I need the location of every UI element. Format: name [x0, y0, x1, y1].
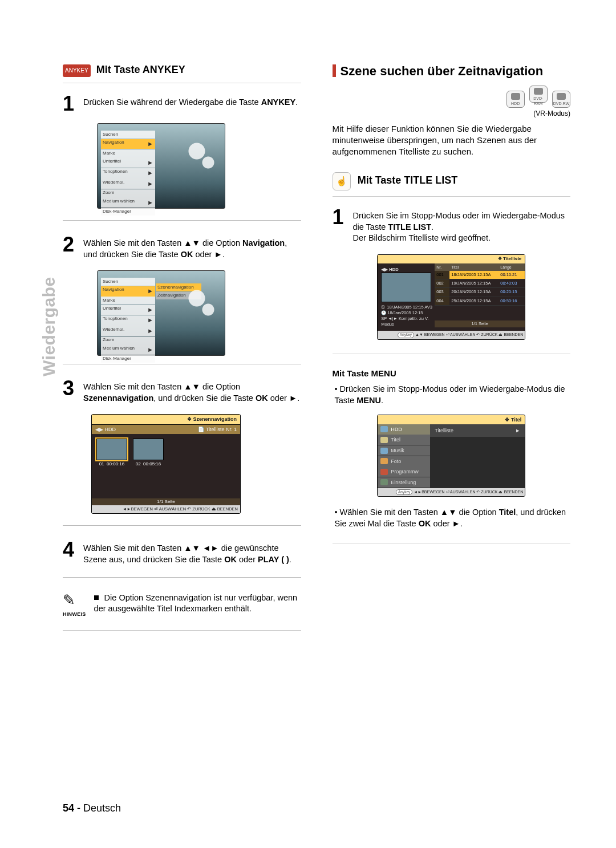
osd-item: Medium wählen►	[101, 197, 155, 208]
step-number: 2	[63, 236, 78, 260]
heading-menu: Mit Taste MENU	[333, 368, 571, 379]
scene-nav-screenshot: ❖ Szenennavigation ◀▶ HDD📄 Titelliste Nr…	[91, 414, 241, 514]
step1-key: ANYKEY	[261, 98, 295, 107]
step-4: 4 Wählen Sie mit den Tasten ▲▼ ◄► die ge…	[63, 541, 301, 565]
t: 18/Jan/2005 12:15	[387, 310, 423, 315]
left-column: ANYKEY Mit Taste ANYKEY 1 Drücken Sie wä…	[63, 63, 301, 631]
osd-screenshot-1: Suchen Navigation► Marke Untertitel► Ton…	[97, 123, 225, 209]
step-1: 1 Drücken Sie während der Wiedergabe die…	[63, 95, 301, 113]
osd-subitem: Zeitnavigation	[156, 292, 201, 300]
menu-item: Foto	[378, 456, 430, 466]
tp-footer: Anykey◄►BBEWEGEN ⏎ AUSWÄHLEN ↶ ZURÜCK ⏏ …	[378, 488, 525, 497]
tl-row: 00425/JAN/2005 12:15A00:50:16	[435, 297, 525, 306]
bullet-icon	[94, 595, 99, 600]
t: PLAY ( )	[258, 555, 289, 564]
osd-item: Wiederhol.►	[101, 178, 155, 189]
t: Titelliste Nr. 1	[206, 427, 237, 432]
disc-dvdram-icon: DVD-RAM	[529, 86, 548, 103]
osd-item: Suchen	[101, 131, 155, 139]
osd-item: Untertitel►	[101, 157, 155, 168]
t: HDD	[389, 267, 398, 272]
osd-item: Zoom	[101, 336, 155, 344]
col: Länge	[499, 263, 525, 271]
vr-modus: (VR-Modus)	[333, 109, 571, 118]
osd-item: Suchen	[101, 278, 155, 286]
osd-item: Marke	[101, 149, 155, 157]
step1-text: Drücken Sie während der Wiedergabe die T…	[83, 98, 261, 107]
t: OK	[224, 555, 237, 564]
osd-item: Untertitel►	[101, 305, 155, 315]
t: .	[431, 222, 433, 232]
anykey-badge: ANYKEY	[63, 64, 91, 77]
disc-hdd-icon: HDD	[506, 91, 525, 108]
t: Szenennavigation	[83, 393, 153, 403]
t: Drücken Sie im Stopp-Modus oder im Wiede…	[353, 211, 565, 232]
menu-item: Musik	[378, 445, 430, 456]
right-column: Szene suchen über Zeitnavigation HDD DVD…	[333, 63, 571, 631]
menu-item: Titel	[378, 435, 430, 445]
step-2: 2 Wählen Sie mit den Tasten ▲▼ die Optio…	[63, 236, 301, 260]
t: oder	[237, 555, 258, 564]
t: 18/JAN/2005 12:15 AV3	[387, 305, 432, 310]
note-block: ✎ HINWEIS Die Option Szenennavigation is…	[63, 593, 301, 618]
tl-row: 00320/JAN/2005 12:15A00:20:15	[435, 288, 525, 297]
t: Wählen Sie mit den Tasten ▲▼ die Option	[83, 382, 240, 391]
scene-footer: ◄►BEWEGEN ⏎ AUSWÄHLEN ↶ ZURÜCK ⏏ BEENDEN	[92, 505, 240, 513]
osd-subitem: Szenennavigation	[156, 283, 201, 291]
osd-item: Wiederhol.►	[101, 326, 155, 336]
col: Nr.	[435, 263, 449, 271]
note-label: HINWEIS	[63, 611, 86, 618]
step-number: 3	[63, 379, 78, 404]
t: TITLE LIST	[388, 222, 431, 232]
disc-icons: HDD DVD-RAM DVD-RW	[333, 86, 571, 108]
tl-row: 00219/JAN/2005 12:15A00:40:03	[435, 279, 525, 288]
note-text: Die Option Szenennavigation ist nur verf…	[94, 593, 298, 614]
t: Navigation	[242, 238, 285, 247]
intro-text: Mit Hilfe dieser Funktion können Sie die…	[333, 123, 571, 158]
titlelist-screenshot: ❖ Titelliste ◀▶ HDD 🗓 18/JAN/2005 12:15 …	[377, 254, 525, 340]
menu-selection: Titelliste►	[430, 424, 525, 437]
step1-tail: .	[295, 98, 298, 107]
t: oder ►.	[268, 393, 299, 403]
heading-zeitnav: Szene suchen über Zeitnavigation	[333, 63, 571, 80]
osd-item-selected: Navigation►	[101, 139, 155, 149]
t: Wählen Sie mit den Tasten ▲▼ die Option	[83, 238, 242, 247]
osd-item: Tonoptionen►	[101, 168, 155, 178]
bullet-2: • Wählen Sie mit den Tasten ▲▼ die Optio…	[333, 507, 571, 529]
menu-item: Programmw	[378, 466, 430, 477]
heading-anykey: Mit Taste ANYKEY	[96, 64, 185, 75]
menu-item: HDD	[378, 424, 430, 435]
page-footer: 54 - Deutsch	[63, 801, 121, 815]
right-step-1: 1 Drücken Sie im Stopp-Modus oder im Wie…	[333, 208, 571, 244]
osd-item: Tonoptionen►	[101, 315, 155, 326]
t: OK	[256, 393, 268, 403]
tl-page: 1/1 Seite	[435, 320, 525, 327]
disc-dvdrw-icon: DVD-RW	[552, 91, 570, 108]
t: SP ◄|► Kompatib. zu V-Modus	[381, 316, 432, 327]
tp-title: ❖ Titel	[378, 415, 525, 424]
step-number: 1	[333, 208, 347, 244]
osd-item-selected: Navigation►	[101, 286, 155, 297]
t: Der Bildschirm Titelliste wird geöffnet.	[353, 233, 491, 242]
menu-item: Einstellung	[378, 477, 430, 488]
scene-thumb: 02 00:05:16	[133, 439, 164, 468]
osd-item: Medium wählen►	[101, 344, 155, 355]
step-number: 1	[63, 95, 78, 113]
titlelist-icon: ☝	[333, 172, 351, 190]
osd-item: Marke	[101, 297, 155, 305]
t: .	[289, 555, 291, 564]
osd-item: Disk-Manager	[101, 208, 155, 216]
step-number: 4	[63, 541, 78, 565]
redbar-icon	[333, 64, 336, 77]
osd-screenshot-2: Suchen Navigation► Marke Untertitel► Ton…	[97, 270, 225, 356]
osd-item: Disk-Manager	[101, 355, 155, 363]
scene-thumb: 01 00:00:16	[96, 439, 127, 468]
t: oder ►.	[193, 250, 224, 259]
scene-page: 1/1 Seite	[92, 498, 240, 506]
title-menu-screenshot: ❖ Titel HDD Titel Musik Foto Programmw E…	[377, 415, 525, 497]
tl-title: ❖ Titelliste	[378, 255, 525, 263]
side-tab-label: Wiedergabe	[38, 277, 61, 376]
scene-title: ❖ Szenennavigation	[92, 415, 240, 424]
osd-item: Zoom	[101, 189, 155, 197]
col: Titel	[449, 263, 499, 271]
